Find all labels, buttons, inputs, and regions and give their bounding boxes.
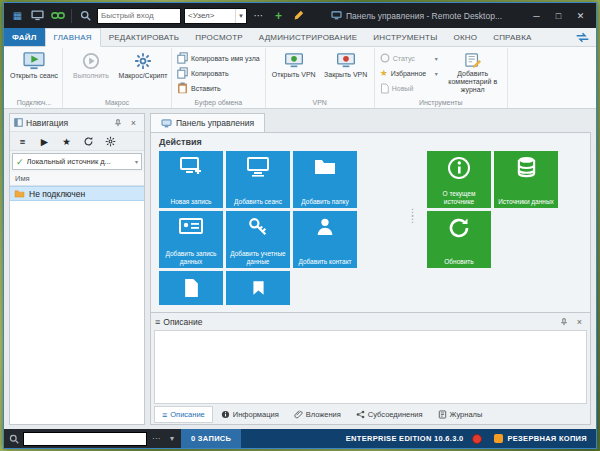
data-source-selector[interactable]: ✓ Локальный источник д... ▾ [12,153,142,170]
tile-add-contact[interactable]: Добавить контакт [293,211,357,268]
key-icon [247,216,269,238]
search-icon[interactable] [77,7,94,24]
monitor-icon [246,156,270,177]
chevron-down-icon[interactable]: ▼ [235,9,246,23]
name-column-header[interactable]: Имя [10,172,144,186]
edit-pencil-icon[interactable] [290,7,307,24]
tab-subconnections[interactable]: Субсоединения [349,406,430,423]
pin-icon[interactable] [111,116,124,129]
refresh-icon[interactable] [78,134,99,149]
share-icon [356,410,365,419]
app-menu-icon[interactable]: ▦ [9,7,26,24]
tile-document[interactable] [159,271,223,305]
tab-file[interactable]: ФАЙЛ [4,28,45,46]
expand-icon[interactable]: ▾ [165,431,179,446]
group-label-macro: Макрос [66,98,168,108]
more-options-icon[interactable]: ⋯ [250,7,267,24]
tile-add-credentials[interactable]: Добавить учетные данные [226,211,290,268]
tile-add-data-entry[interactable]: Добавить запись данных [159,211,223,268]
tab-information[interactable]: Информация [214,406,286,423]
close-vpn-icon [336,52,356,69]
list-view-icon[interactable]: ≡ [12,134,33,149]
filter-options-icon[interactable]: ⋯ [149,431,163,446]
add-log-comment-button[interactable]: Добавить комментарий в журнал [442,49,504,98]
tile-refresh[interactable]: Обновить [427,211,491,268]
list-icon: ≡ [162,410,167,420]
link-icon[interactable] [49,7,66,24]
dashboard: Действия Новая запись Добавить сеанс Доб… [150,132,591,313]
navigation-panel: Навигация × ≡ ▶ ★ ✓ Локальны [9,113,145,425]
tab-administration[interactable]: АДМИНИСТРИРОВАНИЕ [251,28,366,46]
tab-home[interactable]: ГЛАВНАЯ [45,28,101,47]
copy-host-name-button[interactable]: Копировать имя узла [175,51,262,65]
favorites-button[interactable]: ★ Избранное▾ [378,66,440,80]
edition-label: ENTERPRISE EDITION 10.6.3.0 [340,429,470,448]
tab-edit[interactable]: РЕДАКТИРОВАТЬ [101,28,188,46]
pin-icon[interactable] [557,315,570,328]
tile-add-folder[interactable]: Добавить папку [293,151,357,208]
close-button[interactable]: ✕ [570,7,591,24]
run-button[interactable]: Выполнить [66,49,116,98]
sessions-monitor-icon[interactable] [29,7,46,24]
content-area: Навигация × ≡ ▶ ★ ✓ Локальны [4,109,596,429]
refresh-icon [447,216,471,240]
maximize-button[interactable]: □ [548,7,569,24]
chevron-down-icon: ▾ [135,158,138,165]
tab-attachments[interactable]: Вложения [287,406,348,423]
backup-status-button[interactable]: РЕЗЕРВНАЯ КОПИЯ [485,429,596,448]
tile-bookmark[interactable] [226,271,290,305]
host-combobox[interactable]: ▼ [184,8,247,24]
status-button[interactable]: Статус▾ [378,51,440,65]
titlebar: ▦ ▼ ⋯ + Панель управления - Remote Deskt… [4,3,596,28]
new-button[interactable]: Новый [378,81,440,95]
macro-script-button[interactable]: Макрос/Скрипт [118,49,168,98]
journal-icon [438,410,447,419]
tab-description[interactable]: ≡ Описание [154,406,213,423]
tree-item-disconnected[interactable]: Не подключен [10,186,144,201]
data-source-label: Локальный источник д... [27,157,111,166]
ribbon: Открыть сеанс Подключ... Выполнить Макро… [4,47,596,109]
open-session-button[interactable]: Открыть сеанс [9,49,59,98]
add-entry-icon[interactable]: + [270,7,287,24]
tile-add-session[interactable]: Добавить сеанс [226,151,290,208]
tile-about-source[interactable]: О текущем источнике [427,151,491,208]
new-document-icon [380,83,389,94]
id-card-icon [179,216,203,236]
sync-arrows-icon[interactable] [575,32,590,43]
action-tiles: Новая запись Добавить сеанс Добавить пап… [159,151,582,310]
description-title: Описание [163,317,202,327]
document-icon [183,278,200,298]
tab-help[interactable]: СПРАВКА [485,28,539,46]
dashboard-tab[interactable]: Панель управления [150,113,265,132]
statusbar-filter-input[interactable] [23,432,147,446]
ribbon-tabbar: ФАЙЛ ГЛАВНАЯ РЕДАКТИРОВАТЬ ПРОСМОТР АДМИ… [4,28,596,47]
settings-gear-icon[interactable] [100,134,121,149]
tab-view[interactable]: ПРОСМОТР [187,28,251,46]
close-panel-icon[interactable]: × [573,315,586,328]
notification-icon[interactable] [472,434,482,444]
main-panel: Панель управления Действия Новая запись … [150,113,591,425]
paste-button[interactable]: Вставить [175,81,262,95]
tile-data-sources[interactable]: Источники данных [494,151,558,208]
host-input[interactable] [185,11,235,20]
window-title-icon [331,11,342,20]
panel-icon [14,118,23,127]
minimize-button[interactable]: ─ [526,7,547,24]
quick-connect-input[interactable] [97,8,181,24]
close-vpn-button[interactable]: Закрыть VPN [321,49,371,98]
tab-tools[interactable]: ИНСТРУМЕНТЫ [365,28,445,46]
favorites-star-icon[interactable]: ★ [56,134,77,149]
statusbar-search-icon[interactable] [6,431,21,446]
splitter-handle[interactable]: ⋮⋮ [408,209,417,223]
close-panel-icon[interactable]: × [127,116,140,129]
tile-new-entry[interactable]: Новая запись [159,151,223,208]
description-text-area[interactable] [154,330,587,404]
play-icon[interactable]: ▶ [34,134,55,149]
navigation-tree[interactable]: Не подключен [10,186,144,424]
tab-logs[interactable]: Журналы [431,406,490,423]
check-icon: ✓ [16,157,24,167]
copy-button[interactable]: Копировать [175,66,262,80]
open-vpn-icon [284,52,304,69]
tab-window[interactable]: ОКНО [445,28,485,46]
open-vpn-button[interactable]: Открыть VPN [269,49,319,98]
